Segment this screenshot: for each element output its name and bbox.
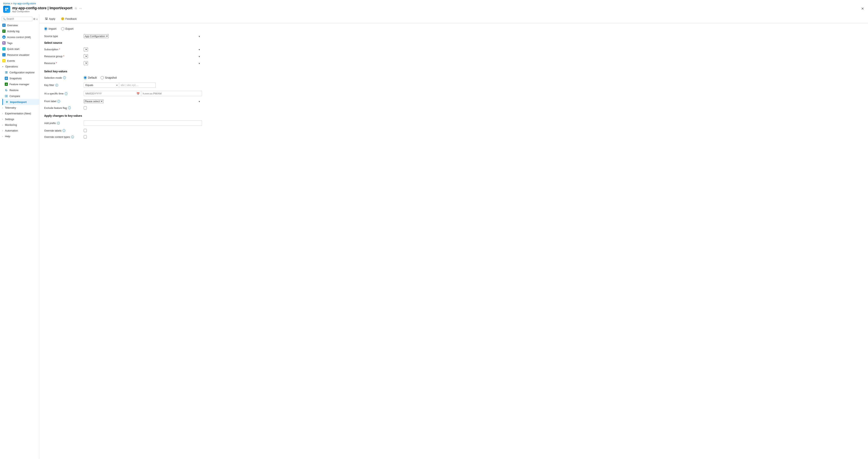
from-label-info-icon[interactable]: i bbox=[57, 100, 60, 103]
svg-point-7 bbox=[4, 36, 4, 37]
source-type-row: Source type App Configuration Configurat… bbox=[44, 34, 863, 38]
apply-button[interactable]: 🖫 Apply bbox=[42, 16, 58, 22]
export-radio-option[interactable]: Export bbox=[61, 27, 73, 30]
select-source-title: Select source bbox=[44, 41, 863, 44]
sidebar-section-telemetry[interactable]: › Telemetry bbox=[0, 105, 39, 110]
sidebar-section-operations[interactable]: ▾ Operations bbox=[0, 64, 39, 69]
key-filter-input[interactable] bbox=[119, 83, 156, 88]
import-radio-label: Import bbox=[49, 27, 56, 30]
exclude-feature-flag-info-icon[interactable]: i bbox=[68, 106, 71, 109]
chevron-operations: ▾ bbox=[2, 66, 3, 68]
add-prefix-label: Add prefix i bbox=[44, 122, 84, 125]
sidebar-item-activity-log[interactable]: Activity log bbox=[0, 28, 39, 34]
svg-point-9 bbox=[4, 54, 4, 55]
sidebar-label-restore: Restore bbox=[9, 89, 19, 92]
exclude-feature-flag-checkbox[interactable] bbox=[84, 106, 87, 109]
key-filter-select[interactable]: Equals Starts with Wildcard bbox=[84, 83, 119, 88]
selection-mode-default-radio[interactable] bbox=[84, 76, 87, 79]
sidebar-label-telemetry: Telemetry bbox=[5, 106, 16, 109]
add-prefix-info-icon[interactable]: i bbox=[57, 122, 60, 125]
sidebar-label-settings: Settings bbox=[5, 118, 14, 121]
svg-point-11 bbox=[4, 55, 5, 56]
subscription-control bbox=[84, 47, 202, 51]
from-label-select[interactable]: Please select bbox=[84, 99, 103, 103]
overview-icon bbox=[2, 24, 5, 27]
close-button[interactable]: ✕ bbox=[860, 6, 865, 12]
exclude-feature-flag-row: Exclude feature flag i bbox=[44, 106, 863, 109]
export-radio[interactable] bbox=[61, 27, 64, 30]
tags-icon bbox=[2, 41, 5, 44]
sidebar-section-settings[interactable]: › Settings bbox=[0, 116, 39, 122]
exclude-feature-flag-label: Exclude feature flag i bbox=[44, 106, 84, 109]
specific-time-info-icon[interactable]: i bbox=[65, 92, 67, 95]
sidebar-item-import-export[interactable]: Import/export bbox=[2, 99, 39, 105]
override-content-types-info-icon[interactable]: i bbox=[71, 135, 74, 138]
breadcrumb-resource[interactable]: my-app-config-store bbox=[13, 2, 36, 5]
more-icon[interactable]: ··· bbox=[79, 6, 82, 10]
subscription-select[interactable] bbox=[84, 47, 88, 51]
key-filter-info-icon[interactable]: i bbox=[56, 84, 58, 87]
selection-mode-snapshot-radio[interactable] bbox=[101, 76, 104, 79]
sidebar-item-compare[interactable]: Compare bbox=[2, 93, 39, 99]
import-radio-option[interactable]: Import bbox=[44, 27, 56, 30]
sidebar-item-overview[interactable]: Overview bbox=[0, 22, 39, 28]
sidebar-section-monitoring[interactable]: › Monitoring bbox=[0, 122, 39, 128]
sidebar-section-experimentation[interactable]: › Experimentation (New) bbox=[0, 110, 39, 116]
feedback-button[interactable]: 🙂 Feedback bbox=[59, 16, 79, 22]
search-input[interactable] bbox=[6, 18, 31, 20]
selection-mode-label: Selection mode i bbox=[44, 76, 84, 79]
sidebar-item-feature-manager[interactable]: Feature manager bbox=[2, 81, 39, 87]
settings-icon[interactable]: ⚙ bbox=[33, 18, 35, 21]
svg-point-8 bbox=[3, 42, 4, 43]
from-label-label: From label i bbox=[44, 100, 84, 103]
import-radio[interactable] bbox=[44, 27, 48, 30]
top-bar: Home > my-app-config-store my-app-config… bbox=[0, 0, 868, 14]
add-prefix-input[interactable] bbox=[84, 121, 202, 126]
add-prefix-control bbox=[84, 121, 202, 126]
specific-time-label: At a specific time i bbox=[44, 92, 84, 95]
favorite-icon[interactable]: ☆ bbox=[74, 6, 77, 10]
override-labels-info-icon[interactable]: i bbox=[63, 129, 65, 132]
resource-group-control bbox=[84, 55, 202, 58]
chevron-experimentation: › bbox=[2, 112, 3, 114]
sidebar-section-automation[interactable]: › Automation bbox=[0, 128, 39, 133]
override-content-types-checkbox[interactable] bbox=[84, 135, 87, 138]
sidebar-item-quick-start[interactable]: Quick start bbox=[0, 46, 39, 52]
override-labels-checkbox[interactable] bbox=[84, 129, 87, 132]
activity-log-icon bbox=[2, 30, 5, 33]
sidebar-item-config-explorer[interactable]: Configuration explorer bbox=[2, 69, 39, 75]
selection-mode-default-option[interactable]: Default bbox=[84, 76, 97, 79]
svg-rect-16 bbox=[5, 72, 5, 72]
snapshots-icon bbox=[5, 77, 8, 80]
selection-mode-snapshot-option[interactable]: Snapshot bbox=[101, 76, 117, 79]
quick-start-icon bbox=[2, 47, 5, 51]
subscription-label: Subscription * bbox=[44, 48, 84, 51]
calendar-icon[interactable]: 📅 bbox=[136, 92, 140, 95]
collapse-icon[interactable]: « bbox=[36, 18, 38, 21]
breadcrumb: Home > my-app-config-store bbox=[3, 1, 865, 5]
svg-rect-14 bbox=[5, 71, 5, 72]
sidebar-item-access-control[interactable]: Access control (IAM) bbox=[0, 34, 39, 40]
sidebar-label-help: Help bbox=[5, 135, 10, 138]
sidebar-item-events[interactable]: Events bbox=[0, 58, 39, 64]
resource-select[interactable] bbox=[84, 61, 88, 65]
export-radio-label: Export bbox=[65, 27, 73, 30]
sidebar-section-help[interactable]: › Help bbox=[0, 133, 39, 139]
breadcrumb-home[interactable]: Home bbox=[3, 2, 10, 5]
sidebar-item-resource-visualizer[interactable]: Resource visualizer bbox=[0, 52, 39, 58]
selection-mode-info-icon[interactable]: i bbox=[63, 76, 66, 79]
chevron-monitoring: › bbox=[2, 124, 3, 126]
date-input[interactable] bbox=[84, 91, 141, 96]
sidebar-item-snapshots[interactable]: Snapshots bbox=[2, 75, 39, 81]
key-filter-control: Equals Starts with Wildcard ▾ bbox=[84, 83, 156, 88]
resource-group-select[interactable] bbox=[84, 55, 88, 58]
sidebar-label-overview: Overview bbox=[7, 24, 18, 27]
time-input[interactable] bbox=[141, 91, 202, 96]
sidebar-label-feature-manager: Feature manager bbox=[9, 83, 29, 86]
resource-subtitle: App Configuration bbox=[12, 10, 82, 12]
config-explorer-icon bbox=[5, 71, 8, 74]
svg-point-10 bbox=[3, 55, 4, 56]
sidebar-item-restore[interactable]: Restore bbox=[2, 87, 39, 93]
source-type-select[interactable]: App Configuration Configuration file bbox=[84, 34, 109, 38]
sidebar-item-tags[interactable]: Tags bbox=[0, 40, 39, 46]
